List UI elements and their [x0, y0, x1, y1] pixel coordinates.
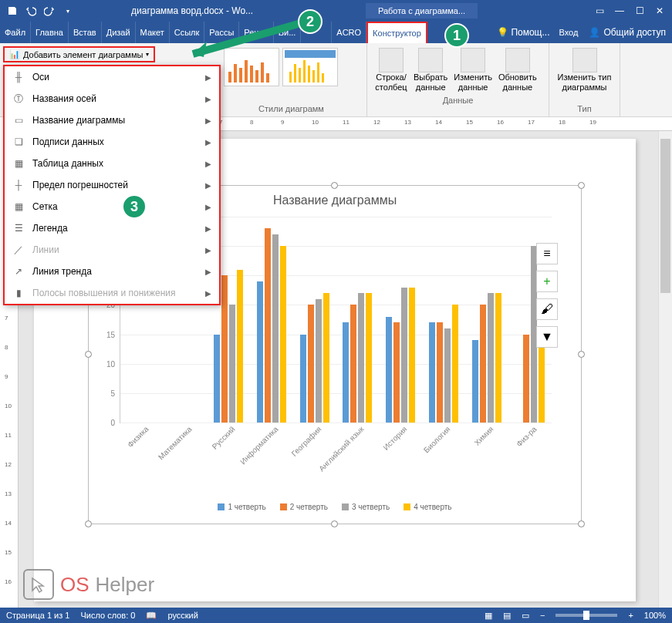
bar[interactable]: [316, 299, 322, 423]
dropdown-item-legend[interactable]: ☰Легенда▶: [5, 217, 219, 239]
zoom-thumb[interactable]: [583, 611, 589, 620]
dropdown-item-axis-titles[interactable]: ⓉНазвания осей▶: [5, 88, 219, 109]
chart-legend[interactable]: 1 четверть2 четверть3 четверть4 четверть: [89, 503, 581, 511]
bar[interactable]: [308, 305, 314, 423]
dropdown-item-data-table[interactable]: ▦Таблица данных▶: [5, 153, 219, 174]
bar[interactable]: [272, 234, 279, 423]
bar[interactable]: [429, 322, 435, 423]
legend-item[interactable]: 3 четверть: [342, 503, 390, 511]
edit-data-button[interactable]: Изменить данные: [451, 45, 495, 96]
view-read-icon[interactable]: ▤: [503, 611, 511, 621]
tab-file[interactable]: Файл: [0, 22, 31, 43]
svg-rect-13: [308, 66, 310, 83]
bar[interactable]: [472, 340, 478, 423]
zoom-in-icon[interactable]: +: [628, 611, 633, 620]
bar[interactable]: [237, 270, 243, 423]
legend-item[interactable]: 2 четверть: [280, 503, 328, 511]
scrollbar-vertical[interactable]: [658, 131, 672, 608]
bar[interactable]: [343, 322, 349, 423]
legend-swatch: [404, 503, 410, 510]
view-web-icon[interactable]: ▭: [522, 611, 529, 621]
bar-group[interactable]: Информатика: [250, 217, 293, 423]
bar[interactable]: [214, 335, 220, 423]
maximize-icon[interactable]: ☐: [630, 2, 649, 20]
add-chart-element-button[interactable]: 📊 Добавить элемент диаграммы ▾: [3, 46, 155, 62]
zoom-out-icon[interactable]: −: [540, 611, 545, 620]
bar[interactable]: [300, 335, 306, 423]
view-print-icon[interactable]: ▦: [485, 611, 492, 621]
resize-handle[interactable]: [331, 520, 338, 527]
scroll-thumb[interactable]: [660, 139, 670, 293]
resize-handle[interactable]: [85, 351, 92, 358]
word-count[interactable]: Число слов: 0: [80, 611, 135, 620]
tell-me[interactable]: 💡 Помощ...: [492, 27, 554, 38]
spellcheck-icon[interactable]: 📖: [146, 611, 157, 621]
bar-group[interactable]: Биология: [422, 217, 465, 423]
bar[interactable]: [409, 288, 415, 423]
bar-group[interactable]: Химия: [465, 217, 508, 423]
chart-format-button[interactable]: 🖌: [536, 298, 558, 320]
redo-icon[interactable]: [40, 2, 59, 20]
tab-design[interactable]: Дизай: [102, 22, 136, 43]
bar[interactable]: [523, 335, 529, 423]
refresh-data-button[interactable]: Обновить данные: [495, 45, 540, 96]
dropdown-item-axes[interactable]: ╫Оси▶: [5, 66, 219, 88]
signin-link[interactable]: Вход: [554, 22, 583, 43]
qat-dropdown-icon[interactable]: ▾: [59, 2, 77, 20]
save-icon[interactable]: [3, 2, 22, 20]
tab-layout[interactable]: Макет: [136, 22, 170, 43]
resize-handle[interactable]: [578, 351, 585, 358]
legend-item[interactable]: 1 четверть: [218, 503, 265, 511]
bar-group[interactable]: География: [293, 217, 336, 423]
bar[interactable]: [393, 322, 400, 423]
language-status[interactable]: русский: [167, 611, 198, 620]
zoom-slider[interactable]: [555, 614, 617, 617]
share-button[interactable]: 👤Общий доступ: [583, 27, 672, 38]
bar-group[interactable]: Английский язык: [336, 217, 380, 423]
page-status[interactable]: Страница 1 из 1: [6, 611, 69, 620]
chart-styles-button[interactable]: ≡: [536, 243, 558, 264]
dropdown-item-error-bars[interactable]: ┼Предел погрешностей▶: [5, 174, 219, 196]
bar-group[interactable]: История: [379, 217, 422, 423]
zoom-level[interactable]: 100%: [644, 611, 666, 620]
ribbon-options-icon[interactable]: ▭: [590, 2, 609, 20]
bar[interactable]: [323, 293, 329, 423]
bar[interactable]: [221, 275, 228, 423]
minimize-icon[interactable]: —: [610, 2, 629, 20]
resize-handle[interactable]: [578, 182, 585, 189]
legend-item[interactable]: 4 четверть: [404, 503, 451, 511]
resize-handle[interactable]: [331, 182, 338, 189]
bar[interactable]: [401, 288, 407, 423]
bar[interactable]: [444, 328, 451, 423]
tab-constructor[interactable]: Конструктор: [366, 22, 427, 43]
bar[interactable]: [257, 281, 263, 423]
chart-filter-button[interactable]: ▼: [536, 326, 558, 348]
tab-home[interactable]: Главна: [31, 22, 69, 43]
bar[interactable]: [280, 246, 286, 423]
undo-icon[interactable]: [22, 2, 40, 20]
resize-handle[interactable]: [85, 520, 92, 527]
tab-acrobat[interactable]: ACRO: [332, 22, 366, 43]
bar[interactable]: [488, 293, 494, 423]
chart-elements-button[interactable]: +: [536, 271, 558, 292]
close-icon[interactable]: ✕: [650, 2, 669, 20]
dropdown-item-chart-title[interactable]: ▭Название диаграммы▶: [5, 109, 219, 131]
bar[interactable]: [480, 305, 486, 423]
switch-row-col-button[interactable]: Строка/ столбец: [372, 45, 410, 96]
bar[interactable]: [452, 305, 458, 423]
bar[interactable]: [350, 305, 356, 423]
bar[interactable]: [495, 293, 501, 423]
dropdown-item-data-labels[interactable]: ❏Подписи данных▶: [5, 131, 219, 153]
bar[interactable]: [265, 228, 271, 423]
bar[interactable]: [358, 293, 364, 423]
change-chart-type-button[interactable]: Изменить тип диаграммы: [554, 45, 615, 96]
bar[interactable]: [366, 293, 372, 423]
tab-insert[interactable]: Встав: [69, 22, 102, 43]
bar[interactable]: [229, 305, 235, 423]
bar[interactable]: [437, 322, 443, 423]
bar[interactable]: [386, 317, 392, 423]
resize-handle[interactable]: [578, 520, 585, 527]
dropdown-item-trendline[interactable]: ↗Линия тренда▶: [5, 261, 219, 282]
select-data-button[interactable]: Выбрать данные: [410, 45, 451, 96]
dropdown-item-grid[interactable]: ▦Сетка▶: [5, 196, 219, 217]
